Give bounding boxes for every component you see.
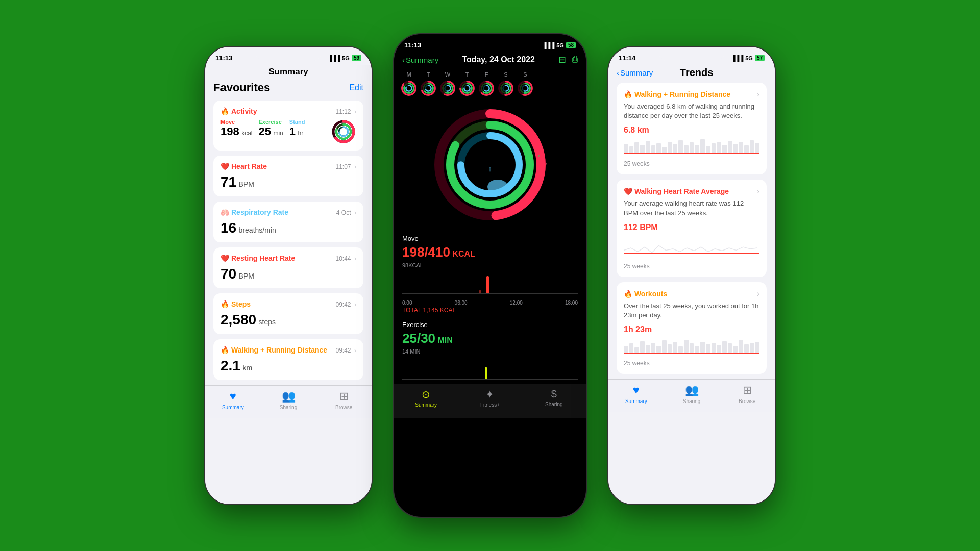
- tab-browse-1[interactable]: ⊞ Browse: [316, 390, 372, 410]
- activity-card[interactable]: 🔥 Activity 11:12 › Move: [213, 101, 363, 151]
- trend-card-workouts[interactable]: 🔥 Workouts › Over the last 25 weeks, you…: [617, 282, 767, 374]
- back-label-2: Summary: [406, 56, 438, 64]
- rhr-time: 10:44: [336, 255, 351, 262]
- day-T2[interactable]: T: [458, 71, 476, 97]
- steps-unit: steps: [259, 318, 276, 326]
- tab-summary-3[interactable]: ♥ Summary: [608, 384, 664, 404]
- sharing-tab-label-2: Sharing: [545, 402, 562, 407]
- chevron-icon: ›: [354, 108, 356, 115]
- walk-run-card[interactable]: 🔥 Walking + Running Distance 09:42 › 2.1…: [213, 339, 363, 380]
- signal-icon-3: ▐▐▐: [731, 55, 743, 61]
- battery-3: 57: [755, 55, 765, 61]
- favourites-title: Favourites: [213, 81, 270, 94]
- resting-hr-card[interactable]: ❤️ Resting Heart Rate 10:44 › 70 BPM: [213, 247, 363, 288]
- day-scroll: M T: [394, 69, 586, 101]
- trend-card-walk-run[interactable]: 🔥 Walking + Running Distance › You avera…: [617, 83, 767, 174]
- resp-header: 🫁 Respiratory Rate 4 Oct ›: [220, 208, 356, 217]
- day-ring-T1: [420, 80, 437, 97]
- exercise-value-2: 25/30 MIN: [402, 331, 578, 346]
- chevron-icon-4: ›: [354, 255, 356, 262]
- edit-button[interactable]: Edit: [349, 83, 363, 92]
- chevron-icon-2: ›: [354, 163, 356, 170]
- tab-sharing-2[interactable]: $ Sharing: [522, 388, 586, 408]
- resp-icon: 🫁: [220, 208, 229, 216]
- calendar-icon[interactable]: ⊟: [558, 54, 566, 65]
- tab-fitness-2[interactable]: ✦ Fitness+: [458, 388, 522, 408]
- move-value-row: 198 kcal: [220, 125, 253, 138]
- trend-3-chart: [624, 337, 760, 358]
- status-icons-2: ▐▐▐ 5G 58: [543, 42, 576, 48]
- tab-bar-3: ♥ Summary 👥 Sharing ⊞ Browse: [608, 379, 775, 412]
- activity-title: 🔥 Activity: [220, 107, 257, 115]
- move-threshold: 98KCAL: [402, 262, 578, 268]
- day-T1[interactable]: T: [420, 71, 437, 97]
- exercise-section: Exercise 25/30 MIN: [394, 317, 586, 346]
- total-label: TOTAL 1,145 KCAL: [402, 307, 578, 317]
- activity-metrics-row: Move 198 kcal Exercise 25 min: [220, 119, 356, 144]
- day-S2[interactable]: S: [517, 71, 534, 97]
- tab-summary-1[interactable]: ♥ Summary: [205, 390, 261, 410]
- activity-metrics: Move 198 kcal Exercise 25 min: [220, 119, 323, 138]
- trend-2-header: ❤️ Walking Heart Rate Average ›: [624, 187, 760, 196]
- svg-text:↑: ↑: [488, 165, 492, 173]
- wr-value-row: 2.1 km: [220, 358, 356, 374]
- browse-tab-label-3: Browse: [739, 398, 755, 404]
- trend-card-hr[interactable]: ❤️ Walking Heart Rate Average › Your ave…: [617, 180, 767, 277]
- day-S1[interactable]: S: [497, 71, 514, 97]
- share-icon[interactable]: ⎙: [572, 54, 578, 65]
- day-M[interactable]: M: [400, 71, 418, 97]
- stand-val: 1: [289, 125, 296, 138]
- notch-2: [457, 34, 523, 48]
- tab-sharing-1[interactable]: 👥 Sharing: [261, 390, 316, 410]
- stand-label: Stand: [289, 119, 305, 125]
- chevron-left-icon-3: ‹: [617, 68, 619, 77]
- move-bar-main: [486, 276, 489, 294]
- activity-card-header: 🔥 Activity 11:12 ›: [220, 107, 356, 116]
- trend-2-value: 112 BPM: [624, 223, 760, 232]
- notch-3: [658, 47, 725, 61]
- trend-1-chart: [624, 138, 760, 158]
- steps-icon: 🔥: [220, 300, 229, 308]
- network-2: 5G: [556, 42, 564, 48]
- tab-summary-2[interactable]: ⊙ Summary: [394, 388, 458, 408]
- exercise-threshold: 14 MIN: [402, 348, 578, 355]
- trend-1-desc: You averaged 6.8 km of walking and runni…: [624, 102, 760, 120]
- network-1: 5G: [342, 55, 350, 61]
- wr-time: 09:42: [336, 347, 351, 354]
- tab-browse-3[interactable]: ⊞ Browse: [719, 384, 775, 404]
- day-F[interactable]: F: [478, 71, 495, 97]
- fitness-tab-label-2: Fitness+: [480, 402, 500, 408]
- steps-card[interactable]: 🔥 Steps 09:42 › 2,580 steps: [213, 293, 363, 334]
- back-button-2[interactable]: ‹ Summary: [402, 56, 438, 64]
- chevron-icon-5: ›: [354, 301, 356, 308]
- fire-icon-1: 🔥: [220, 107, 229, 115]
- tab-sharing-3[interactable]: 👥 Sharing: [664, 384, 720, 404]
- exercise-label: Exercise: [259, 119, 283, 125]
- steps-time: 09:42: [336, 301, 351, 308]
- stand-value-row: 1 hr: [289, 125, 305, 138]
- day-ring-F: [478, 80, 495, 97]
- respiratory-card[interactable]: 🫁 Respiratory Rate 4 Oct › 16 breaths/mi…: [213, 202, 363, 242]
- move-unit: kcal: [241, 130, 252, 137]
- sharing-tab-icon-3: 👥: [685, 384, 699, 397]
- trend-3-title: 🔥 Workouts: [624, 290, 667, 298]
- move-value-2: 198/410 KCAL: [402, 244, 578, 260]
- back-button-3[interactable]: ‹ Summary: [617, 68, 653, 77]
- trend-3-value: 1h 23m: [624, 325, 760, 334]
- fire-icon-t3: 🔥: [624, 290, 634, 298]
- fire-icon-t1: 🔥: [624, 90, 634, 98]
- day-W[interactable]: W: [439, 71, 456, 97]
- trend-1-weeks: 25 weeks: [624, 160, 760, 167]
- walk-icon: 🔥: [220, 346, 229, 354]
- heart-rate-card[interactable]: ❤️ Heart Rate 11:07 › 71 BPM: [213, 156, 363, 196]
- day-ring-W: [439, 80, 456, 97]
- battery-1: 59: [352, 55, 361, 61]
- summary-tab-label-1: Summary: [222, 405, 244, 410]
- signal-icon-2: ▐▐▐: [543, 42, 554, 48]
- time-labels: 0:00 06:00 12:00 18:00: [402, 300, 578, 307]
- exercise-value-row: 25 min: [259, 125, 283, 138]
- summary-tab-icon-3: ♥: [633, 384, 640, 397]
- trends-title: Trends: [657, 67, 767, 79]
- trend-2-desc: Your average walking heart rate was 112 …: [624, 199, 760, 217]
- move-chart: [402, 269, 578, 300]
